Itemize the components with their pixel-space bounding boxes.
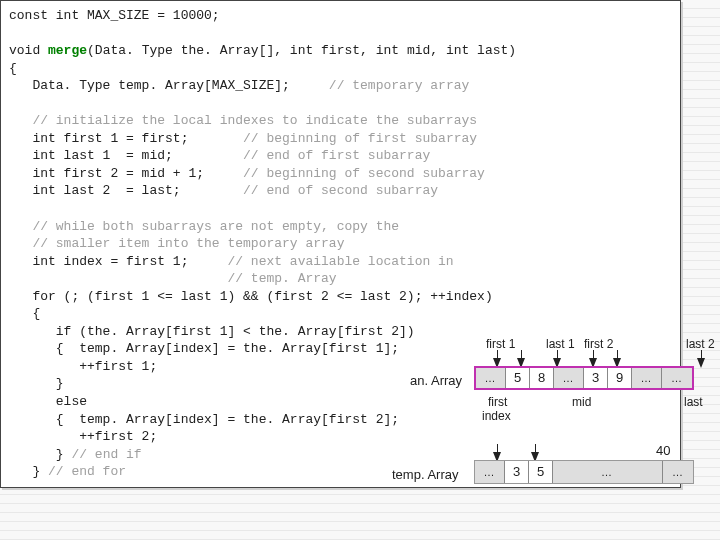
cell: 8 <box>530 368 554 388</box>
code-comment: // temp. Array <box>9 271 337 286</box>
code-comment: // beginning of first subarray <box>243 131 477 146</box>
code-line: else <box>9 394 87 409</box>
cell-dots: … <box>476 368 506 388</box>
code-line: { temp. Array[index] = the. Array[first … <box>9 341 399 356</box>
code-line: ++first 1; <box>9 359 157 374</box>
code-line: int first 2 = mid + 1; <box>9 166 243 181</box>
label-last1: last 1 <box>546 336 575 352</box>
label-index: index <box>482 408 511 424</box>
arrow-down-icon <box>697 358 705 368</box>
merge-keyword: merge <box>48 43 87 58</box>
code-line: } <box>9 447 71 462</box>
code-comment: // beginning of second subarray <box>243 166 485 181</box>
code-comment: // temporary array <box>329 78 469 93</box>
cell-dots: … <box>554 368 584 388</box>
page-number: 40 <box>656 442 670 460</box>
code-line: void <box>9 43 48 58</box>
code-line: { temp. Array[index] = the. Array[first … <box>9 412 399 427</box>
cell: 3 <box>505 461 529 483</box>
cell-dots: … <box>662 368 692 388</box>
diagram: first 1 last 1 first 2 last 2 an. Array … <box>422 336 720 524</box>
an-array-row: … 5 8 … 3 9 … … <box>474 366 694 390</box>
code-comment: // end of second subarray <box>243 183 438 198</box>
code-line: Data. Type temp. Array[MAX_SIZE]; <box>9 78 329 93</box>
code-comment: // while both subarrays are not empty, c… <box>9 219 399 234</box>
label-mid: mid <box>572 394 591 410</box>
code-line: if (the. Array[first 1] < the. Array[fir… <box>9 324 415 339</box>
code-line: for (; (first 1 <= last 1) && (first 2 <… <box>9 289 493 304</box>
code-line: (Data. Type the. Array[], int first, int… <box>87 43 516 58</box>
label-first2: first 2 <box>584 336 613 352</box>
code-comment: // end if <box>71 447 141 462</box>
temp-array-row: … 3 5 … … <box>474 460 694 484</box>
code-comment: // smaller item into the temporary array <box>9 236 344 251</box>
code-line: int last 1 = mid; <box>9 148 243 163</box>
label-temparray: temp. Array <box>392 466 458 484</box>
code-line: { <box>9 306 40 321</box>
code-line: int last 2 = last; <box>9 183 243 198</box>
code-comment: // next available location in <box>227 254 453 269</box>
code-line: ++first 2; <box>9 429 157 444</box>
code-comment: // end of first subarray <box>243 148 430 163</box>
cell-dots: … <box>553 461 663 483</box>
cell: 5 <box>529 461 553 483</box>
cell-dots: … <box>632 368 662 388</box>
label-last: last <box>684 394 703 410</box>
cell-dots: … <box>663 461 693 483</box>
cell: 3 <box>584 368 608 388</box>
code-line: int first 1 = first; <box>9 131 243 146</box>
code-line: } <box>9 464 48 479</box>
code-line: int index = first 1; <box>9 254 227 269</box>
cell: 5 <box>506 368 530 388</box>
code-line: const int MAX_SIZE = 10000; <box>9 8 220 23</box>
code-line: { <box>9 61 17 76</box>
label-anarray: an. Array <box>410 372 462 390</box>
label-first1: first 1 <box>486 336 515 352</box>
cell-dots: … <box>475 461 505 483</box>
cell: 9 <box>608 368 632 388</box>
code-line: } <box>9 376 64 391</box>
code-comment: // end for <box>48 464 126 479</box>
code-comment: // initialize the local indexes to indic… <box>9 113 477 128</box>
